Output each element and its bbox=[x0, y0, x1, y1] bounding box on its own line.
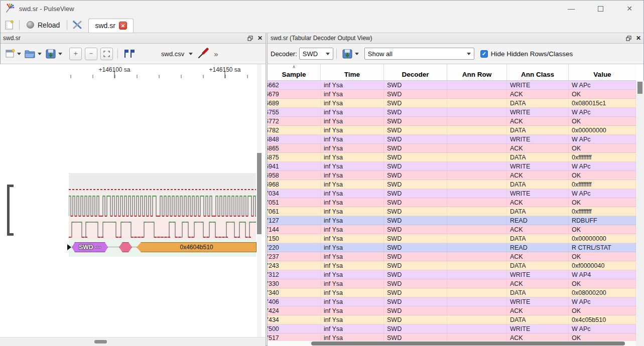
table-row[interactable]: 7150inf YsaSWDDATA0x00000000 bbox=[268, 234, 636, 243]
row-filter-select[interactable]: Show all bbox=[364, 48, 474, 60]
show-flags-button[interactable] bbox=[121, 47, 137, 61]
table-hscroll-thumb[interactable] bbox=[311, 341, 625, 345]
waveform-horizontal-scrollbar[interactable] bbox=[0, 337, 266, 346]
channel-group-bracket[interactable] bbox=[7, 185, 14, 236]
table-row[interactable]: 6689inf YsaSWDDATA0x080015c1 bbox=[268, 99, 636, 108]
close-pane-icon[interactable]: ✕ bbox=[257, 35, 263, 42]
table-cell-time: inf Ysa bbox=[321, 81, 384, 89]
new-view-button[interactable] bbox=[3, 47, 23, 61]
trace-toolbar: ＋ － swd.csv bbox=[0, 44, 266, 64]
table-cell-decoder: SWD bbox=[384, 225, 447, 234]
column-header-ann-row[interactable]: Ann Row bbox=[447, 64, 507, 80]
settings-tools-button[interactable] bbox=[70, 19, 85, 31]
session-tab[interactable]: swd.sr ✕ bbox=[88, 19, 133, 33]
table-cell-time: inf Ysa bbox=[321, 117, 384, 125]
table-row[interactable]: 7434inf YsaSWDDATA0x4c05b510 bbox=[268, 315, 636, 324]
table-row[interactable]: 6755inf YsaSWDWRITEW APc bbox=[268, 108, 636, 117]
open-file-button[interactable] bbox=[23, 47, 43, 61]
column-header-ann-class[interactable]: Ann Class bbox=[507, 64, 569, 80]
table-cell-decoder: SWD bbox=[384, 189, 447, 198]
table-row[interactable]: 6958inf YsaSWDACKOK bbox=[268, 171, 636, 180]
zoom-out-button[interactable]: － bbox=[85, 48, 97, 60]
decoder-expand-arrow-icon[interactable] bbox=[67, 244, 71, 250]
table-row[interactable]: 6865inf YsaSWDACKOK bbox=[268, 144, 636, 153]
table-cell-annrow bbox=[447, 189, 507, 198]
dropdown-arrow-icon bbox=[38, 53, 42, 55]
device-status-icon bbox=[27, 21, 34, 29]
table-cell-decoder: SWD bbox=[384, 162, 447, 170]
dropdown-arrow-icon[interactable] bbox=[189, 53, 193, 55]
table-row[interactable]: 6968inf YsaSWDDATA0xffffffff bbox=[268, 180, 636, 189]
toolbar-separator bbox=[117, 49, 118, 59]
table-row[interactable]: 7237inf YsaSWDACKOK bbox=[268, 252, 636, 261]
table-cell-annclass: ACK bbox=[507, 306, 569, 315]
column-header-time[interactable]: Time bbox=[321, 64, 384, 80]
annotation-connector bbox=[107, 247, 120, 247]
table-row[interactable]: 6782inf YsaSWDDATA0x00000000 bbox=[268, 126, 636, 135]
table-cell-annrow bbox=[447, 279, 507, 288]
table-row[interactable]: 7406inf YsaSWDWRITEW APc bbox=[268, 297, 636, 306]
table-row[interactable]: 6875inf YsaSWDDATA0xffffffff bbox=[268, 153, 636, 162]
table-row[interactable]: 6679inf YsaSWDACKOK bbox=[268, 90, 636, 99]
zoom-fit-button[interactable] bbox=[100, 48, 113, 60]
table-row[interactable]: 7220inf YsaSWDREADR CTRL/STAT bbox=[268, 243, 636, 252]
table-cell-decoder: SWD bbox=[384, 207, 447, 216]
minimize-button[interactable]: — bbox=[557, 0, 586, 17]
column-header-value[interactable]: Value bbox=[569, 64, 636, 80]
table-row[interactable]: 7500inf YsaSWDWRITEW APc bbox=[268, 324, 636, 333]
table-cell-annclass: ACK bbox=[507, 252, 569, 261]
float-pane-icon[interactable] bbox=[247, 36, 253, 41]
float-pane-icon[interactable] bbox=[626, 36, 631, 41]
close-button[interactable]: ✕ bbox=[615, 0, 644, 17]
table-row[interactable]: 7051inf YsaSWDACKOK bbox=[268, 198, 636, 207]
column-header-sample[interactable]: ∧ Sample bbox=[268, 64, 321, 80]
table-row[interactable]: 6941inf YsaSWDWRITEW APc bbox=[268, 162, 636, 171]
new-session-button[interactable] bbox=[2, 19, 16, 31]
maximize-button[interactable] bbox=[586, 0, 615, 17]
annotation-proto-box[interactable]: SWD ⋯ bbox=[72, 242, 108, 252]
dropdown-arrow-icon bbox=[58, 53, 62, 55]
table-cell-annclass: DATA bbox=[507, 261, 569, 270]
table-row[interactable]: 7034inf YsaSWDWRITEW APc bbox=[268, 189, 636, 198]
tab-close-button[interactable]: ✕ bbox=[119, 22, 127, 30]
table-row[interactable]: 6772inf YsaSWDACKOK bbox=[268, 117, 636, 126]
waveform-hscroll-thumb[interactable] bbox=[94, 340, 107, 343]
table-row[interactable]: 7243inf YsaSWDDATA0xf0000040 bbox=[268, 261, 636, 270]
table-row[interactable]: 7144inf YsaSWDACKOK bbox=[268, 225, 636, 234]
waveform-view[interactable]: +146100 sa +146150 sa Time CH 1 SWCLK CH… bbox=[0, 64, 266, 346]
table-row[interactable]: 7061inf YsaSWDDATA0xffffffff bbox=[268, 207, 636, 216]
table-cell-annrow bbox=[447, 225, 507, 234]
table-row[interactable]: 7330inf YsaSWDACKOK bbox=[268, 279, 636, 288]
decoder-select[interactable]: SWD bbox=[299, 48, 333, 60]
waveform-vscroll-thumb[interactable] bbox=[257, 153, 262, 234]
table-cell-decoder: SWD bbox=[384, 198, 447, 207]
toolbar-overflow-chevron[interactable]: » bbox=[214, 50, 218, 58]
table-cell-time: inf Ysa bbox=[321, 90, 384, 98]
annotation-data-hexagon[interactable]: 0x4604b510 bbox=[137, 242, 256, 252]
table-row[interactable]: 6662inf YsaSWDWRITEW APc bbox=[268, 81, 636, 90]
table-row[interactable]: 7517inf YsaSWDACKOK bbox=[268, 333, 636, 341]
table-row[interactable]: 7424inf YsaSWDACKOK bbox=[268, 306, 636, 315]
decoder-table-body: 6662inf YsaSWDWRITEW APc6679inf YsaSWDAC… bbox=[268, 81, 636, 341]
table-row[interactable]: 7312inf YsaSWDWRITEW AP4 bbox=[268, 270, 636, 279]
table-cell-value: W APc bbox=[569, 108, 636, 116]
close-pane-icon[interactable]: ✕ bbox=[636, 35, 641, 42]
table-cell-sample: 7051 bbox=[268, 198, 321, 207]
waveform-vertical-scrollbar[interactable] bbox=[257, 64, 262, 337]
save-file-button[interactable] bbox=[43, 47, 64, 61]
table-vertical-scrollbar[interactable] bbox=[636, 81, 644, 346]
table-row[interactable]: 7340inf YsaSWDDATA0x08000200 bbox=[268, 288, 636, 297]
table-vscroll-thumb[interactable] bbox=[637, 82, 642, 94]
export-table-button[interactable] bbox=[340, 47, 360, 61]
column-header-decoder[interactable]: Decoder bbox=[384, 64, 447, 80]
hide-hidden-checkbox[interactable]: ✓ bbox=[480, 50, 488, 58]
table-cell-annclass: ACK bbox=[507, 90, 569, 98]
probe-screwdriver-icon[interactable] bbox=[197, 48, 210, 60]
reload-button[interactable]: Reload bbox=[23, 20, 64, 30]
table-row[interactable]: 6848inf YsaSWDWRITEW APc bbox=[268, 135, 636, 144]
table-cell-sample: 7243 bbox=[268, 261, 321, 270]
table-row[interactable]: 7127inf YsaSWDREADRDBUFF bbox=[268, 216, 636, 225]
zoom-in-button[interactable]: ＋ bbox=[69, 48, 82, 60]
table-cell-annrow bbox=[447, 234, 507, 243]
table-horizontal-scrollbar[interactable] bbox=[268, 341, 636, 346]
